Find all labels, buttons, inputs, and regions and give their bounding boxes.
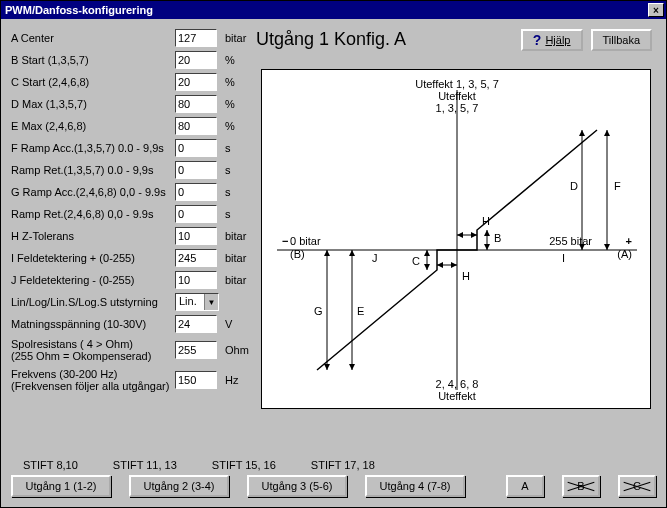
titlebar: PWM/Danfoss-konfigurering ×: [1, 1, 666, 19]
input-j[interactable]: [175, 271, 217, 289]
label-f1: F Ramp Acc.(1,3,5,7) 0.0 - 9,9s: [11, 142, 171, 154]
help-icon: ?: [533, 32, 542, 48]
help-button[interactable]: ? Hjälp: [521, 29, 583, 51]
svg-text:I: I: [562, 252, 565, 264]
svg-text:B: B: [494, 232, 501, 244]
svg-text:(A): (A): [617, 248, 632, 260]
svg-text:2, 4, 6, 8: 2, 4, 6, 8: [436, 378, 479, 390]
input-f2[interactable]: [175, 161, 217, 179]
config-b-button[interactable]: B: [562, 475, 600, 497]
label-curve: Lin/Log/Lin.S/Log.S utstyrning: [11, 296, 171, 308]
stift-label-2: STIFT 11, 13: [113, 459, 177, 471]
svg-text:C: C: [412, 255, 420, 267]
stift-label-3: STIFT 15, 16: [212, 459, 276, 471]
axis-minus-icon: −: [282, 235, 288, 247]
input-d[interactable]: [175, 95, 217, 113]
label-j: J Feldetektering - (0-255): [11, 274, 171, 286]
label-g1: G Ramp Acc.(2,4,6,8) 0,0 - 9.9s: [11, 186, 171, 198]
output-4-button[interactable]: Utgång 4 (7-8): [365, 475, 465, 497]
config-c-button[interactable]: C: [618, 475, 656, 497]
input-h[interactable]: [175, 227, 217, 245]
input-g1[interactable]: [175, 183, 217, 201]
svg-text:Uteffekt: Uteffekt: [438, 90, 476, 102]
input-coil[interactable]: [175, 341, 217, 359]
chevron-down-icon[interactable]: ▼: [204, 294, 218, 310]
label-a: A Center: [11, 32, 171, 44]
output-1-button[interactable]: Utgång 1 (1-2): [11, 475, 111, 497]
input-e[interactable]: [175, 117, 217, 135]
back-button[interactable]: Tillbaka: [591, 29, 653, 51]
svg-text:255 bitar: 255 bitar: [549, 235, 592, 247]
input-f1[interactable]: [175, 139, 217, 157]
input-g2[interactable]: [175, 205, 217, 223]
close-icon[interactable]: ×: [648, 3, 664, 17]
svg-text:F: F: [614, 180, 621, 192]
svg-text:1, 3, 5, 7: 1, 3, 5, 7: [436, 102, 479, 114]
svg-text:0 bitar: 0 bitar: [290, 235, 321, 247]
svg-text:D: D: [570, 180, 578, 192]
input-supply[interactable]: [175, 315, 217, 333]
svg-text:H: H: [462, 270, 470, 282]
stift-label-1: STIFT 8,10: [23, 459, 78, 471]
label-e: E Max (2,4,6,8): [11, 120, 171, 132]
svg-text:(B): (B): [290, 248, 305, 260]
svg-text:Uteffekt: Uteffekt: [438, 390, 476, 402]
input-freq[interactable]: [175, 371, 217, 389]
label-h: H Z-Tolerans: [11, 230, 171, 242]
svg-text:H: H: [482, 215, 490, 227]
curve-dropdown[interactable]: Lin. ▼: [175, 293, 219, 311]
svg-text:E: E: [357, 305, 364, 317]
output-3-button[interactable]: Utgång 3 (5-6): [247, 475, 347, 497]
label-c: C Start (2,4,6,8): [11, 76, 171, 88]
window-title: PWM/Danfoss-konfigurering: [5, 4, 153, 16]
label-coil: Spolresistans ( 4 > Ohm) (255 Ohm = Okom…: [11, 338, 171, 362]
label-f2: Ramp Ret.(1,3,5,7) 0.0 - 9,9s: [11, 164, 171, 176]
page-title: Utgång 1 Konfig. A: [256, 29, 406, 50]
label-i: I Feldetektering + (0-255): [11, 252, 171, 264]
transfer-diagram: Uteffekt 1, 3, 5, 7 2, 4, 6, 8 Uteffekt …: [261, 69, 651, 409]
svg-text:G: G: [314, 305, 323, 317]
label-freq: Frekvens (30-200 Hz) (Frekvensen följer …: [11, 368, 171, 392]
axis-plus-icon: +: [626, 235, 632, 247]
input-b[interactable]: [175, 51, 217, 69]
input-c[interactable]: [175, 73, 217, 91]
label-b: B Start (1,3,5,7): [11, 54, 171, 66]
label-g2: Ramp Ret.(2,4,6,8) 0,0 - 9.9s: [11, 208, 171, 220]
label-supply: Matningsspänning (10-30V): [11, 318, 171, 330]
input-a[interactable]: [175, 29, 217, 47]
svg-text:J: J: [372, 252, 378, 264]
config-a-button[interactable]: A: [506, 475, 544, 497]
input-i[interactable]: [175, 249, 217, 267]
svg-text:Uteffekt
1, 3, 5, 7: Uteffekt 1, 3, 5, 7: [415, 78, 499, 90]
output-2-button[interactable]: Utgång 2 (3-4): [129, 475, 229, 497]
label-d: D Max (1,3,5,7): [11, 98, 171, 110]
stift-label-4: STIFT 17, 18: [311, 459, 375, 471]
